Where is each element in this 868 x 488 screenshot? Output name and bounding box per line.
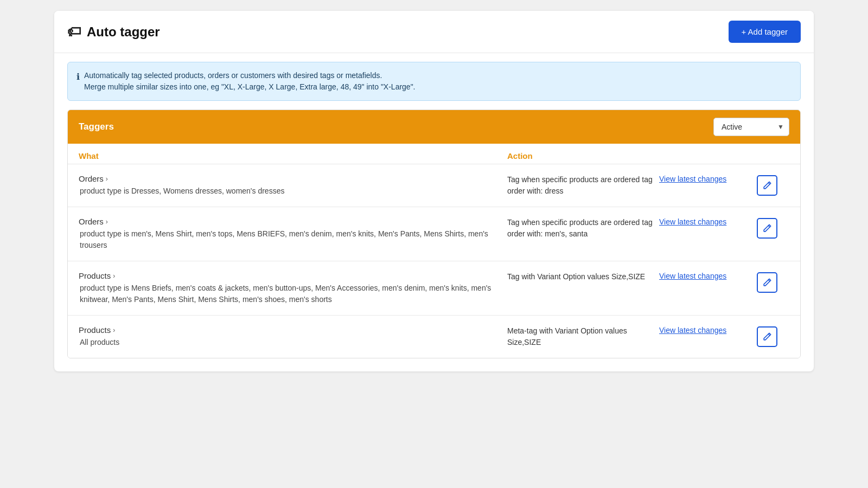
edit-button-3[interactable] [757, 272, 777, 293]
info-line-1: Automatically tag selected products, ord… [84, 70, 416, 81]
what-detail-4: All products [79, 337, 507, 348]
tag-icon: 🏷 [67, 23, 81, 40]
chevron-right-icon: › [106, 218, 108, 226]
what-type-2: Orders › [79, 217, 507, 226]
what-type-3: Products › [79, 271, 507, 280]
info-banner: ℹ Automatically tag selected products, o… [67, 62, 801, 101]
what-cell-2: Orders › product type is men's, Mens Shi… [79, 217, 507, 251]
action-cell-3: Tag with Variant Option values Size,SIZE [507, 271, 659, 282]
chevron-right-icon: › [113, 272, 115, 280]
edit-cell-1 [757, 174, 789, 196]
what-detail-3: product type is Mens Briefs, men's coats… [79, 282, 507, 305]
status-filter-wrapper: Active Inactive All ▼ [713, 118, 789, 136]
taggers-section: Taggers Active Inactive All ▼ What Actio… [67, 110, 801, 358]
header: 🏷 Auto tagger + Add tagger [54, 11, 814, 53]
taggers-title: Taggers [79, 121, 114, 132]
add-tagger-button[interactable]: + Add tagger [729, 21, 801, 43]
status-filter-select[interactable]: Active Inactive All [713, 118, 789, 136]
what-type-4: Products › [79, 325, 507, 335]
table-header: What Action [68, 144, 800, 164]
page-title: 🏷 Auto tagger [67, 23, 160, 40]
edit-cell-3 [757, 271, 789, 293]
table-row: Products › product type is Mens Briefs, … [68, 261, 800, 316]
view-link-4[interactable]: View latest changes [659, 325, 757, 335]
col-header-view [659, 151, 757, 160]
what-detail-1: product type is Dresses, Womens dresses,… [79, 185, 507, 197]
view-link-3[interactable]: View latest changes [659, 271, 757, 280]
edit-cell-4 [757, 325, 789, 347]
table-container: What Action Orders › product type is Dre… [68, 144, 800, 358]
info-icon: ℹ [76, 70, 80, 84]
action-cell-1: Tag when specific products are ordered t… [507, 174, 659, 197]
info-line-2: Merge multiple similar sizes into one, e… [84, 81, 416, 93]
table-row: Orders › product type is Dresses, Womens… [68, 164, 800, 207]
what-cell-4: Products › All products [79, 325, 507, 348]
taggers-header: Taggers Active Inactive All ▼ [68, 110, 800, 144]
chevron-right-icon: › [113, 326, 115, 334]
edit-cell-2 [757, 217, 789, 239]
col-header-edit [757, 151, 789, 160]
chevron-right-icon: › [106, 175, 108, 183]
action-cell-2: Tag when specific products are ordered t… [507, 217, 659, 240]
view-link-1[interactable]: View latest changes [659, 174, 757, 183]
col-header-what: What [79, 151, 507, 160]
col-header-action: Action [507, 151, 659, 160]
edit-button-2[interactable] [757, 218, 777, 239]
table-row: Products › All products Meta-tag with Va… [68, 316, 800, 358]
what-type-1: Orders › [79, 174, 507, 183]
table-row: Orders › product type is men's, Mens Shi… [68, 207, 800, 261]
view-link-2[interactable]: View latest changes [659, 217, 757, 226]
page-container: 🏷 Auto tagger + Add tagger ℹ Automatical… [54, 11, 814, 371]
what-cell-1: Orders › product type is Dresses, Womens… [79, 174, 507, 197]
what-detail-2: product type is men's, Mens Shirt, men's… [79, 228, 507, 251]
edit-button-4[interactable] [757, 326, 777, 347]
info-text: Automatically tag selected products, ord… [84, 70, 416, 93]
what-cell-3: Products › product type is Mens Briefs, … [79, 271, 507, 305]
edit-button-1[interactable] [757, 175, 777, 196]
action-cell-4: Meta-tag with Variant Option values Size… [507, 325, 659, 348]
page-title-text: Auto tagger [87, 24, 160, 40]
